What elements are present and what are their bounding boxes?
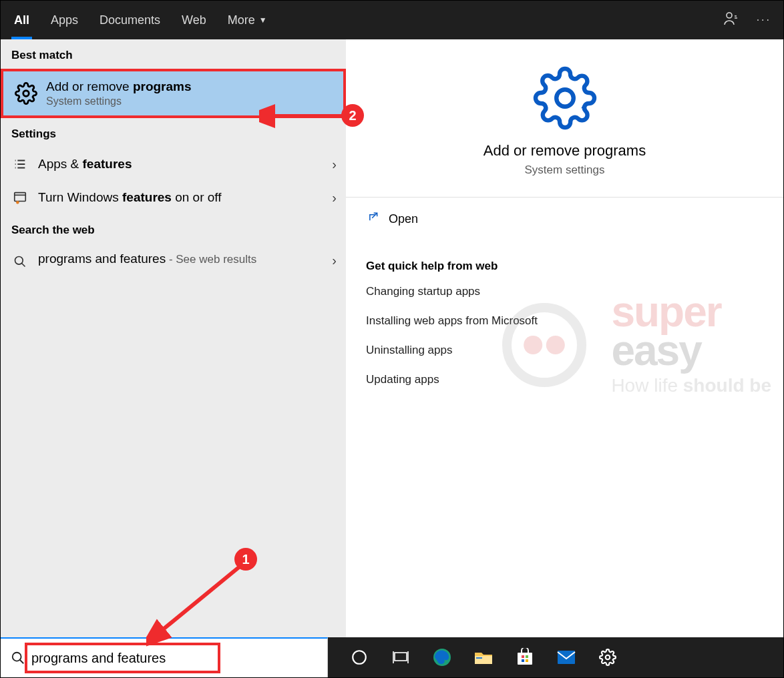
- settings-header: Settings: [1, 118, 346, 147]
- search-icon: [9, 651, 27, 665]
- quick-help-header: Get quick help from web: [366, 260, 763, 273]
- tab-web[interactable]: Web: [180, 1, 208, 39]
- best-match-item[interactable]: Add or remove programs System settings: [1, 69, 346, 118]
- preview-pane: super easy How life should be Add or rem…: [346, 39, 783, 637]
- results-pane: Best match Add or remove programs System…: [1, 39, 346, 637]
- svg-rect-11: [395, 653, 407, 661]
- tab-more[interactable]: More ▼: [226, 1, 268, 39]
- settings-item-label: Apps & features: [38, 157, 132, 172]
- list-icon: [10, 154, 30, 174]
- svg-point-4: [15, 257, 23, 265]
- svg-point-10: [353, 651, 366, 664]
- svg-rect-18: [522, 659, 524, 662]
- svg-point-21: [606, 655, 610, 660]
- open-button[interactable]: Open: [346, 198, 783, 241]
- svg-rect-19: [526, 659, 528, 662]
- quick-help-link[interactable]: Changing startup apps: [366, 277, 763, 306]
- settings-icon[interactable]: [596, 646, 619, 669]
- chevron-right-icon: ›: [332, 250, 337, 268]
- gear-icon: [533, 66, 597, 133]
- open-label: Open: [389, 212, 418, 226]
- quick-help-link[interactable]: Updating apps: [366, 365, 763, 394]
- taskbar-search[interactable]: [1, 637, 328, 677]
- svg-rect-14: [476, 657, 482, 659]
- cortana-icon[interactable]: [348, 646, 371, 669]
- tab-apps[interactable]: Apps: [49, 1, 79, 39]
- preview-subtitle: System settings: [525, 163, 605, 177]
- task-view-icon[interactable]: [389, 646, 412, 669]
- file-explorer-icon[interactable]: [472, 646, 495, 669]
- svg-point-0: [727, 13, 732, 18]
- web-search-item[interactable]: programs and features - See web results …: [1, 244, 346, 277]
- svg-rect-16: [522, 655, 524, 658]
- more-options-icon[interactable]: ···: [757, 14, 771, 26]
- chevron-right-icon: ›: [332, 157, 337, 172]
- svg-rect-20: [558, 651, 575, 664]
- svg-point-3: [16, 201, 19, 204]
- svg-point-8: [556, 89, 574, 107]
- tab-all[interactable]: All: [13, 1, 31, 39]
- chevron-right-icon: ›: [332, 190, 337, 206]
- svg-point-9: [13, 653, 21, 661]
- search-input[interactable]: [27, 651, 321, 666]
- settings-item-apps-features[interactable]: Apps & features ›: [1, 147, 346, 181]
- svg-rect-15: [518, 653, 532, 665]
- mail-icon[interactable]: [555, 646, 578, 669]
- account-icon[interactable]: [723, 11, 739, 29]
- edge-icon[interactable]: [431, 646, 453, 669]
- quick-help-link[interactable]: Uninstalling apps: [366, 336, 763, 365]
- microsoft-store-icon[interactable]: [514, 646, 536, 669]
- best-match-header: Best match: [1, 39, 346, 69]
- chevron-down-icon: ▼: [259, 15, 267, 25]
- best-match-title: Add or remove programs: [46, 79, 192, 94]
- svg-rect-13: [475, 656, 492, 664]
- tab-documents[interactable]: Documents: [98, 1, 162, 39]
- window-toggle-icon: [10, 188, 30, 208]
- svg-rect-2: [15, 193, 26, 202]
- search-web-header: Search the web: [1, 214, 346, 244]
- svg-rect-17: [526, 655, 528, 658]
- gear-icon: [13, 80, 39, 107]
- quick-help-link[interactable]: Installing web apps from Microsoft: [366, 306, 763, 336]
- svg-point-1: [23, 91, 29, 97]
- taskbar: [1, 637, 783, 677]
- search-filter-tabs: All Apps Documents Web More ▼ ···: [1, 1, 783, 39]
- open-external-icon: [366, 211, 379, 228]
- web-search-label: programs and features - See web results: [38, 250, 256, 268]
- search-icon: [10, 250, 30, 270]
- best-match-subtitle: System settings: [46, 95, 192, 107]
- settings-item-label: Turn Windows features on or off: [38, 190, 222, 205]
- settings-item-windows-features[interactable]: Turn Windows features on or off ›: [1, 181, 346, 214]
- preview-title: Add or remove programs: [483, 142, 646, 159]
